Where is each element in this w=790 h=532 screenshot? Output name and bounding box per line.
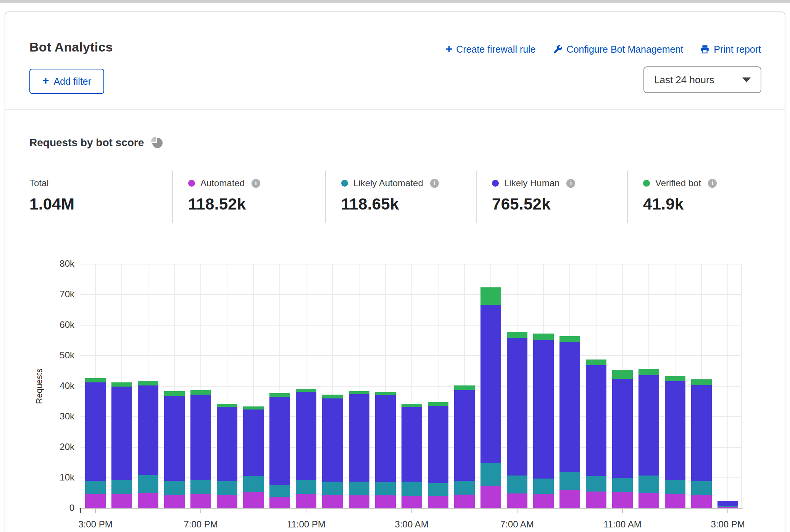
bar-3-00-pm-0[interactable] [85,378,106,508]
y-axis-tick-label: 10k [60,472,74,483]
bar-12-00-pm-21[interactable] [638,369,659,508]
y-axis-tick-label: 50k [60,350,74,361]
section-title: Requests by bot score [29,137,144,149]
chevron-down-icon [742,77,751,82]
section-title-row: Requests by bot score [29,137,163,149]
segment-likely-human [111,387,132,480]
bar-6-00-am-15[interactable] [480,287,501,508]
add-filter-label: Add filter [53,76,91,87]
bar-3-00-am-12[interactable] [401,404,422,508]
segment-automated [612,492,633,508]
header-actions: + Create firewall rule Configure Bot Man… [446,44,761,55]
x-axis-tick-mark [200,509,201,513]
info-icon[interactable]: i [252,179,260,188]
segment-verified-bot [401,404,422,407]
segment-verified-bot [586,360,606,365]
bar-8-00-am-17[interactable] [533,334,554,508]
segment-likely-automated [533,479,554,494]
segment-verified-bot [243,406,264,409]
x-axis-tick-label: 3:00 PM [65,519,126,530]
bar-11-00-pm-8[interactable] [296,389,316,508]
bar-7-00-pm-4[interactable] [190,390,211,508]
x-axis-tick-mark [411,509,412,513]
configure-bot-management-link[interactable]: Configure Bot Management [553,44,684,55]
print-report-link[interactable]: Print report [700,44,761,55]
segment-automated [375,495,396,508]
y-axis-tick-label: 60k [60,319,74,330]
x-axis-tick-label: 11:00 AM [592,519,653,530]
bar-2-00-am-11[interactable] [375,392,396,508]
segment-verified-bot [111,382,132,386]
segment-automated [507,493,527,508]
segment-verified-bot [691,379,712,385]
segment-likely-automated [586,476,606,492]
x-axis-tick-label: 3:00 PM [697,519,758,530]
stat-automated-label: Automated [200,178,245,189]
segment-likely-automated [638,476,659,493]
segment-verified-bot [217,404,237,407]
likely-automated-dot-icon [341,180,348,187]
segment-likely-automated [164,481,185,495]
add-filter-button[interactable]: + Add filter [29,69,104,94]
bar-1-00-pm-22[interactable] [665,376,685,508]
segment-likely-automated [665,480,685,494]
verified-bot-dot-icon [643,180,650,187]
stat-automated-value: 118.52k [188,195,325,213]
segment-automated [322,495,343,508]
bar-8-00-pm-5[interactable] [217,404,237,508]
bar-10-00-pm-7[interactable] [269,393,290,508]
segment-likely-automated [401,482,422,496]
header-divider [5,109,785,110]
segment-automated [296,494,316,508]
info-icon[interactable]: i [708,179,717,188]
time-range-select[interactable]: Last 24 hours [643,66,761,93]
gridline-vertical [727,264,728,508]
bar-9-00-pm-6[interactable] [243,406,264,508]
segment-automated [586,492,606,508]
x-axis-tick-mark [727,509,728,513]
create-firewall-rule-link[interactable]: + Create firewall rule [446,44,536,55]
segment-likely-human [375,395,396,482]
bar-5-00-pm-2[interactable] [138,381,158,508]
segment-likely-automated [322,482,343,495]
y-axis-tick-label: 20k [60,442,74,452]
bar-3-00-pm-24[interactable] [717,501,738,508]
x-axis-tick-label: 3:00 AM [381,519,442,530]
x-axis-tick-mark [517,509,518,513]
info-icon[interactable]: i [566,179,575,188]
bar-7-00-am-16[interactable] [507,332,527,508]
segment-likely-human [507,338,527,476]
segment-automated [480,486,501,508]
stats-row: Total 1.04M Automated i 118.52k Likely A… [29,171,761,223]
segment-likely-automated [691,481,712,495]
segment-likely-automated [480,463,501,486]
bar-11-00-am-20[interactable] [612,370,633,508]
segment-likely-human [243,409,264,476]
segment-verified-bot [454,385,475,390]
pie-chart-icon [152,138,163,148]
y-axis-tick-label: 80k [60,258,74,269]
segment-likely-automated [717,506,738,507]
info-icon[interactable]: i [430,179,439,188]
bar-9-00-am-18[interactable] [559,336,580,508]
bar-4-00-pm-1[interactable] [111,382,132,508]
x-axis-tick-mark [306,509,306,513]
segment-likely-automated [349,482,369,495]
segment-verified-bot [190,390,211,395]
segment-verified-bot [85,378,106,382]
segment-verified-bot [164,391,185,396]
bar-2-00-pm-23[interactable] [691,379,712,508]
segment-likely-human [480,305,501,463]
segment-likely-human [638,375,659,475]
stat-likely-human: Likely Human i 765.52k [476,171,627,223]
bar-6-00-pm-3[interactable] [164,391,185,508]
segment-likely-human [428,406,448,483]
bar-12-00-am-9[interactable] [322,395,343,508]
stat-likely-automated-label: Likely Automated [353,178,423,189]
bar-1-00-am-10[interactable] [349,391,369,508]
bar-4-00-am-13[interactable] [428,402,448,508]
segment-automated [533,494,554,508]
bar-5-00-am-14[interactable] [454,385,475,508]
bar-10-00-am-19[interactable] [586,360,606,508]
segment-verified-bot [428,402,448,406]
